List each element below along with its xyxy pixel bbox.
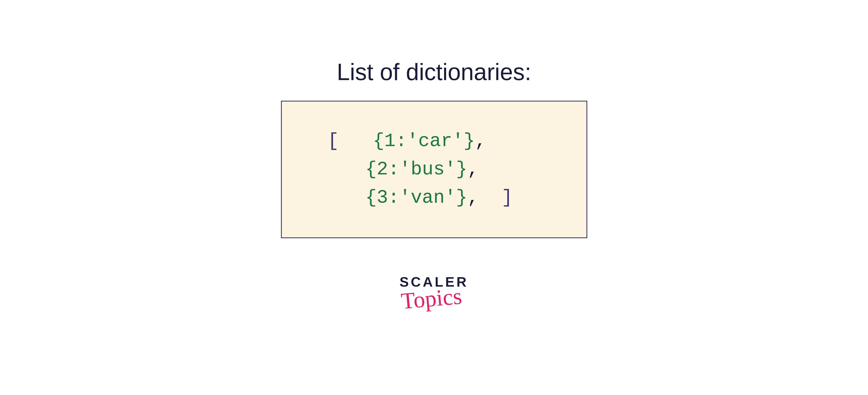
code-block: [ {1:'car'}, {2:'bus'}, {3:'van'}, ]: [281, 101, 587, 238]
diagram-title: List of dictionaries:: [337, 59, 531, 86]
comma-3: ,: [467, 187, 478, 208]
comma-2: ,: [467, 159, 478, 180]
code-line-3: {3:'van'}, ]: [307, 184, 566, 212]
dict-entry-3: {3:'van'}: [366, 187, 468, 208]
code-line-2: {2:'bus'},: [307, 155, 566, 184]
dict-entry-1: {1:'car'}: [373, 130, 475, 152]
close-bracket: ]: [501, 187, 513, 208]
logo: SCALER Topics: [399, 274, 468, 311]
dict-entry-2: {2:'bus'}: [366, 159, 468, 180]
logo-sub-text: Topics: [400, 283, 463, 314]
open-bracket: [: [328, 130, 339, 152]
comma-1: ,: [475, 130, 486, 152]
code-line-1: [ {1:'car'},: [307, 127, 566, 155]
